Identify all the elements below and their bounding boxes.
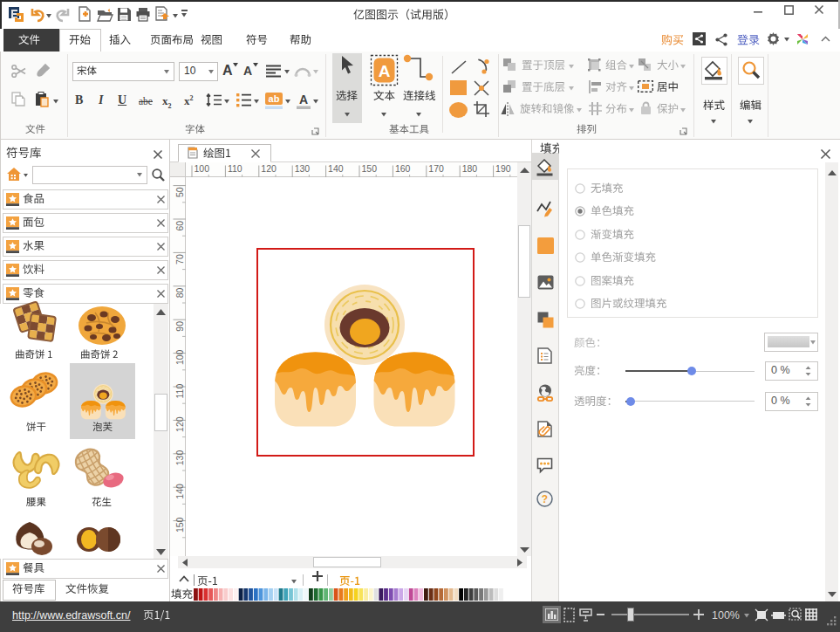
svg-text:110: 110 — [174, 384, 185, 399]
svg-text:140: 140 — [328, 163, 344, 174]
svg-text:50: 50 — [174, 187, 185, 197]
svg-text:80: 80 — [174, 287, 185, 298]
svg-text:150: 150 — [174, 517, 185, 532]
svg-text:140: 140 — [174, 484, 185, 499]
svg-text:100: 100 — [174, 349, 185, 365]
svg-text:A: A — [299, 93, 308, 106]
svg-text:ab: ab — [269, 93, 280, 104]
svg-text:160: 160 — [395, 163, 411, 174]
svg-text:170: 170 — [428, 163, 444, 174]
svg-text:180: 180 — [462, 163, 478, 174]
svg-text:150: 150 — [362, 163, 378, 174]
svg-text:120: 120 — [261, 163, 277, 174]
svg-text:?: ? — [542, 493, 548, 505]
svg-text:130: 130 — [174, 450, 185, 466]
svg-text:100: 100 — [195, 163, 210, 174]
svg-text:60: 60 — [174, 221, 185, 231]
svg-text:190: 190 — [495, 163, 511, 174]
svg-text:120: 120 — [174, 416, 185, 432]
svg-text:130: 130 — [295, 163, 311, 174]
svg-text:110: 110 — [228, 163, 242, 174]
svg-text:70: 70 — [174, 254, 185, 264]
svg-text:90: 90 — [174, 321, 185, 332]
svg-text:A: A — [379, 62, 391, 80]
